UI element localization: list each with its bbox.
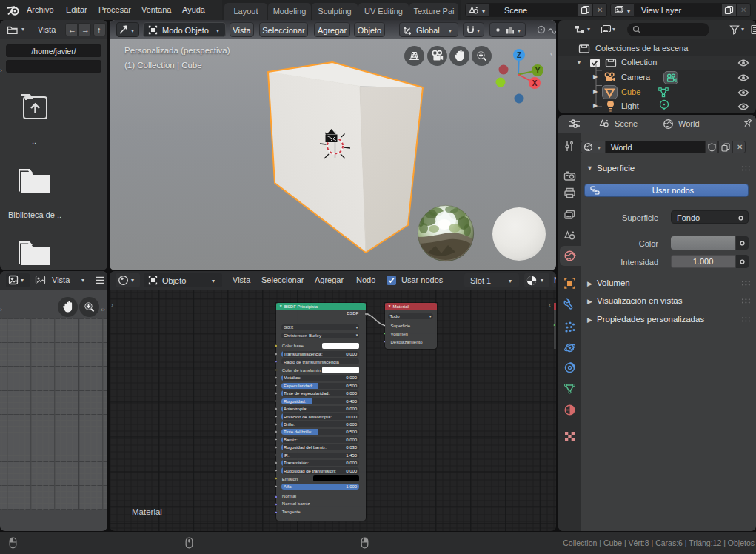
svg-text:X: X xyxy=(532,79,538,87)
svg-text:Y: Y xyxy=(535,67,541,75)
svg-text:Z: Z xyxy=(517,51,521,59)
